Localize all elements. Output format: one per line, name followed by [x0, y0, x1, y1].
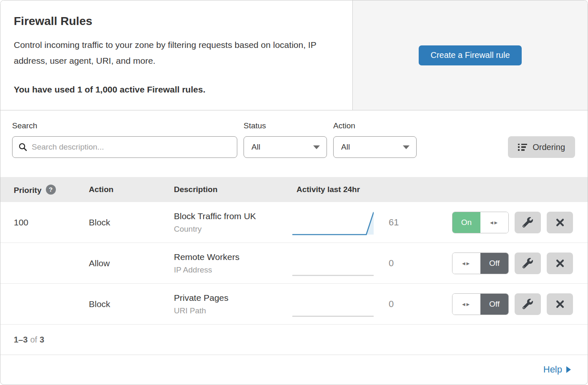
action-label: Action: [333, 121, 417, 130]
status-label: Status: [244, 121, 327, 130]
help-link[interactable]: Help: [543, 364, 571, 375]
toggle-arrows-icon[interactable]: ◂▸: [452, 253, 480, 274]
arrow-right-icon: [566, 366, 571, 373]
page-description: Control incoming traffic to your zone by…: [14, 37, 335, 69]
help-link-label: Help: [543, 364, 562, 375]
rule-match-type: IP Address: [174, 265, 292, 275]
toggle-off-state[interactable]: Off: [480, 253, 508, 274]
toggle-off-state[interactable]: Off: [480, 294, 508, 315]
activity-column-header: Activity last 24hr: [292, 185, 360, 194]
action-column-header: Action: [89, 185, 174, 194]
status-field: Status All: [244, 121, 327, 158]
pagination-total: 3: [40, 335, 44, 345]
toggle-arrows-icon[interactable]: ◂▸: [480, 212, 508, 233]
ordering-button[interactable]: Ordering: [508, 136, 575, 158]
wrench-icon: [523, 299, 533, 309]
edit-rule-button[interactable]: [515, 212, 541, 233]
chevron-down-icon: [313, 145, 320, 149]
rule-description-cell: Private Pages URI Path: [174, 293, 292, 315]
rule-match-type: URI Path: [174, 306, 292, 315]
wrench-icon: [523, 258, 533, 268]
create-firewall-rule-button[interactable]: Create a Firewall rule: [419, 45, 521, 65]
rule-match-type: Country: [174, 225, 292, 234]
delete-rule-button[interactable]: [547, 293, 573, 315]
action-field: Action All: [333, 121, 417, 158]
help-footer: Help: [0, 355, 588, 384]
close-icon: [555, 299, 565, 309]
usage-summary: You have used 1 of 1,000 active Firewall…: [14, 85, 339, 95]
rule-controls: ◂▸ Off: [452, 252, 588, 274]
toggle-on-state[interactable]: On: [452, 212, 480, 233]
rule-enable-toggle[interactable]: On ◂▸: [452, 212, 509, 233]
filter-bar: Search Status All Action All: [0, 110, 588, 177]
ordering-button-label: Ordering: [533, 142, 565, 152]
ordered-list-icon: [518, 144, 527, 151]
rule-enable-toggle[interactable]: ◂▸ Off: [452, 293, 509, 315]
activity-sparkline: [292, 209, 374, 236]
pagination-of: of: [30, 335, 37, 345]
rule-description: Remote Workers: [174, 252, 292, 262]
description-column-header: Description: [174, 185, 292, 194]
table-row: 100 Block Block Traffic from UK Country …: [0, 202, 588, 243]
chevron-down-icon: [403, 145, 410, 149]
rule-description: Private Pages: [174, 293, 292, 303]
activity-count: 0: [378, 299, 414, 310]
search-input[interactable]: [32, 142, 231, 152]
search-field: Search: [12, 121, 237, 158]
rule-action: Allow: [89, 258, 174, 268]
action-select[interactable]: All: [333, 136, 417, 158]
rule-action: Block: [89, 218, 174, 228]
action-selected-value: All: [341, 142, 350, 152]
rule-controls: On ◂▸: [452, 212, 588, 233]
intro-text-panel: Firewall Rules Control incoming traffic …: [0, 0, 353, 110]
delete-rule-button[interactable]: [547, 212, 573, 233]
table-header-row: Priority? Action Description Activity la…: [0, 177, 588, 202]
pagination-summary: 1–3 of 3: [0, 325, 588, 355]
rule-controls: ◂▸ Off: [452, 293, 588, 315]
priority-help-icon[interactable]: ?: [46, 185, 56, 195]
close-icon: [555, 218, 565, 228]
activity-sparkline: [292, 291, 374, 318]
activity-sparkline-cell: [292, 250, 378, 277]
edit-rule-button[interactable]: [515, 293, 541, 315]
activity-count: 0: [378, 258, 414, 269]
rule-action: Block: [89, 299, 174, 309]
page-title: Firewall Rules: [14, 15, 339, 28]
edit-rule-button[interactable]: [515, 252, 541, 274]
activity-count: 61: [378, 217, 414, 228]
cta-panel: Create a Firewall rule: [353, 0, 588, 110]
rule-description: Block Traffic from UK: [174, 211, 292, 221]
delete-rule-button[interactable]: [547, 252, 573, 274]
intro-section: Firewall Rules Control incoming traffic …: [0, 0, 588, 110]
priority-column-header: Priority?: [14, 185, 89, 195]
pagination-range: 1–3: [14, 335, 28, 345]
rule-description-cell: Remote Workers IP Address: [174, 252, 292, 275]
firewall-rules-panel: Firewall Rules Control incoming traffic …: [0, 0, 588, 385]
status-select[interactable]: All: [244, 136, 327, 158]
status-selected-value: All: [251, 142, 260, 152]
rule-enable-toggle[interactable]: ◂▸ Off: [452, 252, 509, 274]
search-input-wrap[interactable]: [12, 136, 237, 158]
search-icon: [18, 142, 28, 152]
toggle-arrows-icon[interactable]: ◂▸: [452, 294, 480, 315]
table-row: Allow Remote Workers IP Address 0 ◂▸ Off: [0, 243, 588, 284]
activity-sparkline-cell: [292, 291, 378, 318]
activity-sparkline-cell: [292, 209, 378, 236]
rule-priority: 100: [14, 218, 89, 228]
rule-description-cell: Block Traffic from UK Country: [174, 211, 292, 234]
activity-sparkline: [292, 250, 374, 277]
close-icon: [555, 258, 565, 268]
table-row: Block Private Pages URI Path 0 ◂▸ Off: [0, 284, 588, 325]
search-label: Search: [12, 121, 237, 130]
wrench-icon: [523, 217, 533, 228]
